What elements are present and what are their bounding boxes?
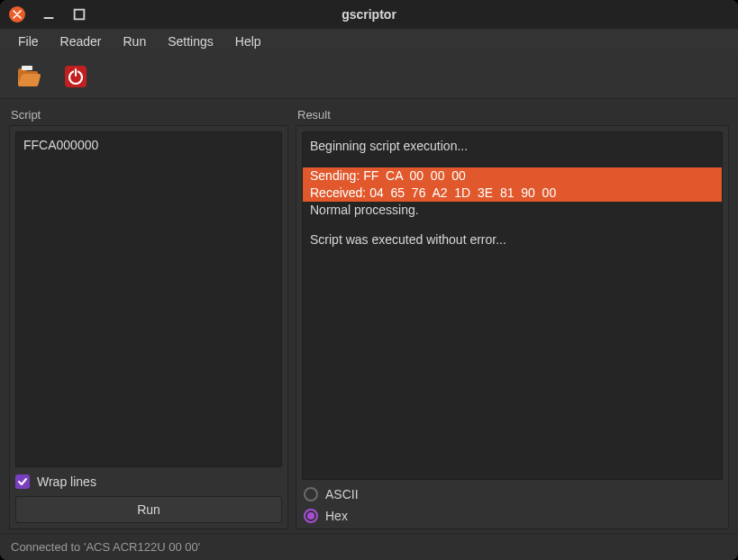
result-panel: Result Beginning script execution...Send… — [296, 108, 729, 529]
radio-ascii-label: ASCII — [325, 487, 359, 501]
minimize-icon — [41, 7, 56, 22]
run-button[interactable]: Run — [15, 496, 282, 523]
maximize-icon — [72, 7, 87, 22]
script-panel: Script Wrap lines Run — [9, 108, 288, 529]
result-line: Normal processing. — [303, 202, 722, 219]
result-frame: Beginning script execution...Sending: FF… — [296, 125, 729, 529]
result-output[interactable]: Beginning script execution...Sending: FF… — [302, 131, 723, 480]
radio-hex-label: Hex — [325, 509, 348, 523]
toolbar — [0, 54, 738, 99]
open-icon — [16, 65, 41, 88]
power-icon — [64, 65, 87, 88]
open-button[interactable] — [13, 60, 45, 93]
result-line: Script was executed without error... — [303, 231, 722, 248]
menu-run[interactable]: Run — [112, 31, 157, 52]
menu-reader[interactable]: Reader — [50, 31, 113, 52]
maximize-button[interactable] — [72, 7, 87, 22]
result-panel-label: Result — [296, 108, 729, 122]
svg-rect-6 — [75, 68, 77, 77]
power-button[interactable] — [59, 60, 92, 93]
wrap-row: Wrap lines — [15, 474, 282, 489]
menubar: File Reader Run Settings Help — [0, 29, 738, 54]
menu-help[interactable]: Help — [224, 31, 272, 52]
result-line: Received: 04 65 76 A2 1D 3E 81 90 00 — [303, 185, 722, 202]
main-area: Script Wrap lines Run Result Beginning s… — [0, 99, 738, 533]
close-icon — [13, 10, 22, 19]
radio-ascii[interactable]: ASCII — [304, 487, 723, 501]
wrap-lines-checkbox[interactable] — [15, 474, 30, 489]
status-text: Connected to 'ACS ACR122U 00 00' — [11, 540, 200, 554]
radio-ascii-indicator — [304, 487, 318, 501]
window-controls — [9, 6, 87, 23]
titlebar: gscriptor — [0, 0, 738, 29]
window-title: gscriptor — [0, 7, 738, 22]
script-panel-label: Script — [9, 108, 288, 122]
encoding-radio-group: ASCII Hex — [302, 487, 723, 523]
result-line: Sending: FF CA 00 00 00 — [303, 167, 722, 185]
svg-rect-1 — [22, 66, 32, 70]
script-frame: Wrap lines Run — [9, 125, 288, 529]
radio-hex-indicator — [304, 509, 318, 523]
statusbar: Connected to 'ACS ACR122U 00 00' — [0, 533, 738, 560]
radio-hex[interactable]: Hex — [304, 509, 723, 523]
menu-settings[interactable]: Settings — [157, 31, 224, 52]
wraplines-label[interactable]: Wrap lines — [37, 474, 96, 489]
result-line: Beginning script execution... — [303, 138, 722, 155]
close-button[interactable] — [9, 6, 25, 23]
app-window: gscriptor File Reader Run Settings Help — [0, 0, 738, 560]
menu-file[interactable]: File — [7, 31, 50, 52]
script-input[interactable] — [15, 131, 282, 467]
check-icon — [17, 476, 28, 487]
svg-rect-0 — [75, 10, 85, 20]
minimize-button[interactable] — [41, 7, 56, 22]
